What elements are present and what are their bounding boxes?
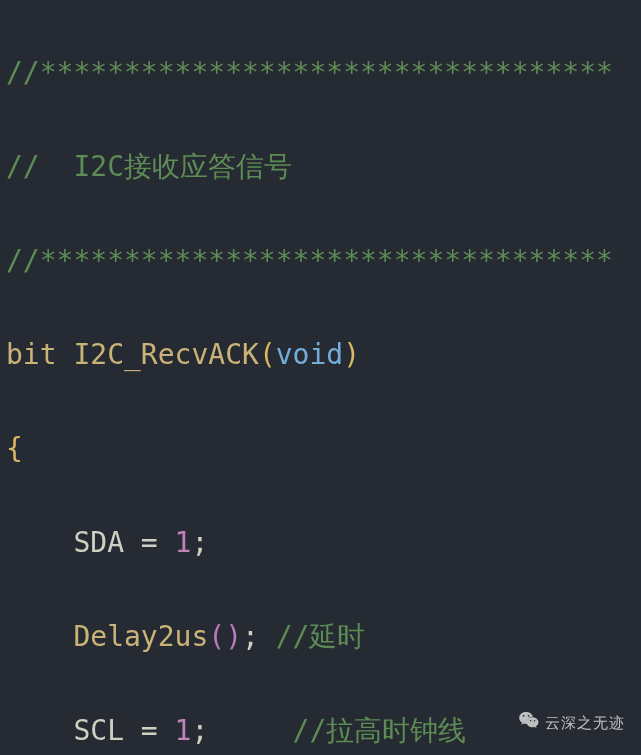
comment-separator-bottom: //********************************** <box>6 244 613 277</box>
watermark: 云深之无迹 <box>519 710 625 735</box>
function-name: I2C_RecvACK <box>73 338 258 371</box>
stmt-sda-assign-lhs: SDA <box>73 526 124 559</box>
param-void: void <box>276 338 343 371</box>
code-block: //********************************** // … <box>0 0 641 755</box>
return-type: bit <box>6 338 57 371</box>
comment-scl-high: //拉高时钟线 <box>276 714 467 747</box>
comment-separator-top: //********************************** <box>6 56 613 89</box>
stmt-scl-high-lhs: SCL <box>73 714 124 747</box>
comment-title: // I2C接收应答信号 <box>6 150 292 183</box>
watermark-text: 云深之无迹 <box>545 710 625 735</box>
paren-close: ) <box>225 620 242 653</box>
paren-open: ( <box>208 620 225 653</box>
comment-delay: //延时 <box>259 620 366 653</box>
paren-close: ) <box>343 338 360 371</box>
brace-open: { <box>6 432 23 465</box>
paren-open: ( <box>259 338 276 371</box>
wechat-icon <box>519 712 539 732</box>
call-delay2us: Delay2us <box>73 620 208 653</box>
